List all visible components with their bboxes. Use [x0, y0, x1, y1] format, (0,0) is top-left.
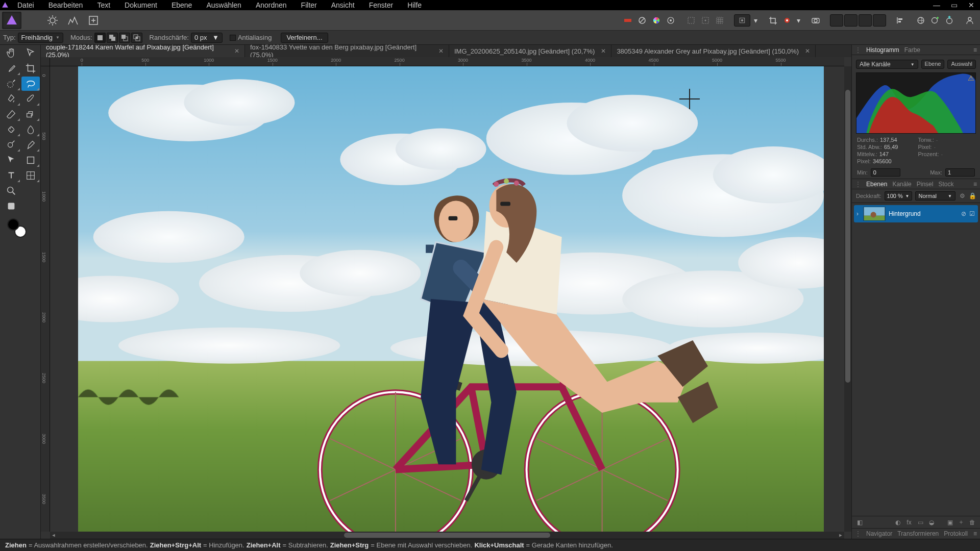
visibility-check[interactable]: ☑ — [969, 211, 975, 217]
feather-value[interactable]: 0 px▼ — [191, 33, 223, 43]
doc-tab-3[interactable]: 3805349 Alexander Grey auf Pixabay.jpg [… — [611, 45, 816, 57]
persona-liquify[interactable] — [22, 12, 42, 29]
tab-histogramm[interactable]: Histogramm — [866, 46, 899, 54]
layer-mask-icon[interactable]: ◧ — [855, 518, 864, 527]
scroll-right-arrow[interactable]: ► — [837, 532, 844, 539]
layer-row-hintergrund[interactable]: › Hintergrund ⊘ ☑ — [854, 205, 978, 222]
persona-tone[interactable] — [63, 12, 83, 29]
menu-ansicht[interactable]: Ansicht — [324, 0, 362, 10]
antialias-check[interactable] — [230, 35, 236, 41]
crop-tool[interactable] — [21, 61, 40, 76]
marquee-rect-icon[interactable] — [685, 14, 697, 27]
menu-auswaehlen[interactable]: Auswählen — [199, 0, 249, 10]
tab-farbe[interactable]: Farbe — [904, 46, 920, 54]
persona-export[interactable] — [84, 12, 103, 29]
text-tool[interactable] — [2, 168, 20, 183]
zoom-tool[interactable] — [2, 184, 20, 198]
color-picker-tool[interactable] — [2, 61, 20, 76]
add-fx-icon[interactable]: fx — [904, 518, 914, 527]
channel-select[interactable]: Alle Kanäle▼ — [856, 60, 918, 69]
camera-icon[interactable] — [810, 14, 822, 27]
assistant-tool[interactable] — [2, 199, 20, 213]
chevron-down-icon-2[interactable]: ▾ — [795, 14, 801, 27]
circle-slash-icon[interactable] — [636, 14, 648, 27]
lasso-tool[interactable] — [21, 77, 40, 91]
move-tool[interactable] — [21, 46, 40, 60]
align-left-icon[interactable] — [894, 14, 906, 27]
panel-menu-icon[interactable]: ≡ — [973, 46, 977, 54]
menu-ebene[interactable]: Ebene — [164, 0, 199, 10]
scroll-thumb-h[interactable] — [344, 533, 551, 538]
group-icon[interactable]: ▣ — [945, 518, 954, 527]
layer-thumbnail[interactable] — [863, 207, 886, 221]
chevron-icon[interactable]: › — [855, 210, 860, 217]
paint-brush-tool[interactable] — [21, 92, 40, 106]
tab-protokoll[interactable]: Protokoll — [944, 530, 968, 537]
refine-button[interactable]: Verfeinern... — [281, 33, 328, 43]
color-swatch[interactable] — [0, 217, 40, 242]
tab-navigator[interactable]: Navigator — [866, 530, 892, 537]
tab-transformieren[interactable]: Transformieren — [897, 530, 939, 537]
marquee-grid-icon[interactable] — [714, 14, 726, 27]
menu-filter[interactable]: Filter — [294, 0, 324, 10]
target-red-icon[interactable] — [781, 14, 793, 27]
mesh-tool[interactable] — [21, 168, 40, 183]
maximize-button[interactable]: ▭ — [945, 0, 963, 10]
color-wheel-icon[interactable] — [650, 14, 663, 27]
mode-intersect[interactable] — [131, 33, 142, 43]
clone-tool[interactable] — [21, 107, 40, 121]
hand-tool[interactable] — [2, 46, 20, 60]
studio-handle-icon[interactable]: ⋮ — [855, 530, 861, 537]
mode-add[interactable] — [107, 33, 118, 43]
close-icon[interactable]: ✕ — [601, 47, 606, 55]
scroll-thumb-v[interactable] — [845, 90, 850, 383]
max-value[interactable]: 1 — [945, 168, 975, 177]
scroll-left-arrow[interactable]: ◄ — [50, 532, 57, 539]
persona-develop[interactable] — [43, 12, 62, 29]
close-button[interactable]: ✕ — [963, 0, 980, 10]
menu-fenster[interactable]: Fenster — [362, 0, 400, 10]
mode-new[interactable] — [94, 33, 106, 43]
menu-dokument[interactable]: Dokument — [117, 0, 164, 10]
studio-handle-icon[interactable]: ⋮ — [855, 181, 861, 188]
smudge-tool[interactable] — [21, 122, 40, 137]
minimize-button[interactable]: — — [928, 0, 945, 10]
selection-brush-tool[interactable] — [2, 77, 20, 91]
opacity-value[interactable]: 100 %▼ — [885, 191, 912, 201]
chevron-down-icon[interactable]: ▾ — [752, 14, 758, 27]
flood-select-tool[interactable] — [2, 92, 20, 106]
tab-ebenen[interactable]: Ebenen — [866, 181, 887, 188]
menu-text[interactable]: Text — [90, 0, 117, 10]
delete-layer-icon[interactable]: 🗑 — [968, 518, 977, 527]
btn-auswahl[interactable]: Auswahl — [947, 60, 976, 69]
menu-anordnen[interactable]: Anordnen — [249, 0, 294, 10]
menu-hilfe[interactable]: Hilfe — [400, 0, 429, 10]
scrollbar-vertical[interactable] — [844, 66, 851, 532]
min-value[interactable]: 0 — [871, 168, 900, 177]
globe-up-icon[interactable] — [943, 14, 955, 27]
tab-kanaele[interactable]: Kanäle — [892, 181, 911, 188]
ruler-horizontal[interactable]: 0500100015002000250030003500400045005000… — [50, 57, 844, 66]
heal-tool[interactable] — [2, 122, 20, 137]
globe-plus-icon[interactable] — [929, 14, 941, 27]
add-layer-icon[interactable]: ＋ — [957, 518, 966, 527]
doc-tab-1[interactable]: fox-1540833 Yvette van den Berg pixabay.… — [245, 45, 449, 57]
marquee-center-icon[interactable] — [699, 14, 712, 27]
doc-tab-0[interactable]: couple-1718244 Karen Warfel auf Pixabay.… — [41, 45, 245, 57]
shape-tool[interactable] — [21, 153, 40, 167]
pen-tool[interactable] — [21, 138, 40, 152]
canvas-viewport[interactable] — [50, 66, 844, 532]
node-tool[interactable] — [2, 153, 20, 167]
type-select[interactable]: Freihändig▼ — [18, 33, 63, 43]
close-icon[interactable]: ✕ — [234, 47, 239, 55]
foreground-color[interactable] — [7, 218, 19, 231]
menu-bearbeiten[interactable]: Bearbeiten — [41, 0, 90, 10]
lock-icon[interactable]: 🔒 — [969, 192, 976, 199]
erase-tool[interactable] — [2, 107, 20, 121]
swatch-red-icon[interactable] — [622, 14, 634, 27]
account-icon[interactable] — [964, 14, 976, 27]
add-live-icon[interactable]: ◒ — [927, 518, 936, 527]
panel-menu-icon[interactable]: ≡ — [973, 530, 977, 537]
gear-icon[interactable]: ⚙ — [959, 192, 966, 199]
menu-datei[interactable]: Datei — [10, 0, 41, 10]
